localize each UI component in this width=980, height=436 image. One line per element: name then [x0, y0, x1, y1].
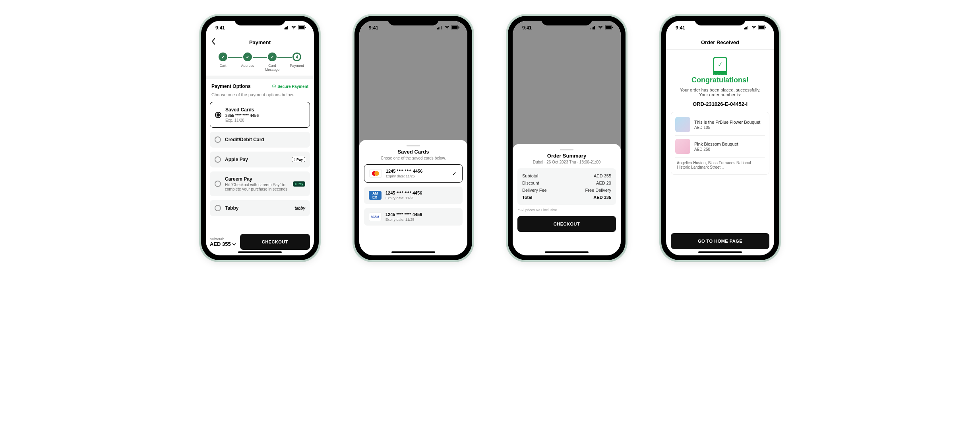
sheet-title: Saved Cards [364, 149, 463, 155]
order-summary-sheet: Order Summary Dubai · 26 Oct 2023 Thu · … [513, 144, 621, 255]
ordered-items-list: This is the PrBlue Flower Bouquet AED 10… [671, 112, 769, 175]
wifi-icon [444, 25, 450, 31]
signal-icon [284, 25, 289, 31]
summary-box: SubtotalAED 355 DiscountAED 20 Delivery … [517, 168, 616, 205]
chevron-down-icon [232, 241, 236, 247]
saved-card-visa[interactable]: VISA 1245 **** **** 4456 Expiry date: 11… [364, 208, 463, 226]
battery-icon [605, 25, 613, 31]
saved-card-mastercard[interactable]: 1245 **** **** 4456 Expiry date: 11/25 ✓ [364, 164, 463, 183]
svg-rect-3 [287, 26, 288, 29]
careem-pay-label: Careem Pay [225, 176, 289, 182]
step-address-icon: ✓ [243, 53, 252, 61]
svg-rect-28 [759, 26, 765, 29]
svg-rect-12 [452, 26, 458, 29]
option-careem-pay[interactable]: Careem Pay Hit "Checkout with careem Pay… [210, 171, 310, 196]
status-time: 9:41 [215, 25, 225, 31]
step-card-message-icon: ✓ [268, 53, 277, 61]
tabby-badge: tabby [294, 206, 305, 210]
subtotal-label: Subtotal: [210, 237, 236, 241]
page-title: Payment [249, 39, 271, 45]
product-name: This is the PrBlue Flower Bouquet [694, 120, 760, 125]
sheet-grabber[interactable] [560, 149, 573, 150]
subtotal-value: AED 355 [210, 241, 231, 247]
notch [388, 16, 439, 25]
wifi-icon [598, 25, 603, 31]
careem-pay-badge: c Pay [293, 181, 305, 187]
discount-value: AED 20 [596, 181, 611, 185]
svg-rect-7 [437, 28, 438, 29]
status-time: 9:41 [676, 25, 685, 31]
phone-payment-options: 9:41 Payment ✓Cart ✓Address [201, 16, 319, 260]
svg-rect-9 [440, 27, 440, 29]
subtotal-label: Subtotal [522, 173, 538, 178]
header-rule [666, 49, 774, 50]
tabby-label: Tabby [225, 205, 291, 211]
radio-credit-debit[interactable] [215, 136, 221, 143]
svg-rect-5 [299, 26, 304, 29]
checkout-button[interactable]: CHECKOUT [517, 216, 616, 232]
battery-icon [451, 25, 459, 31]
secure-payment-badge: Secure Payment [272, 84, 308, 89]
option-tabby[interactable]: Tabby tabby [210, 200, 310, 216]
home-indicator [391, 251, 435, 253]
svg-rect-18 [593, 27, 594, 29]
step-cart-icon: ✓ [219, 53, 227, 61]
option-credit-debit[interactable]: Credit/Debit Card [210, 132, 310, 148]
checkout-stepper: ✓Cart ✓Address ✓Card Message 4Payment [206, 49, 314, 76]
radio-careem-pay[interactable] [215, 181, 221, 187]
visa-icon: VISA [369, 212, 382, 221]
page-title: Order Received [701, 39, 739, 45]
product-name: Pink Blossom Bouquet [694, 142, 738, 146]
home-indicator [238, 251, 282, 253]
subtotal-expand[interactable]: AED 355 [210, 241, 236, 247]
go-home-button[interactable]: GO TO HOME PAGE [671, 233, 769, 249]
receipt-check-icon: ✓ [713, 57, 727, 73]
step-payment-icon: 4 [292, 53, 301, 61]
back-button[interactable] [211, 38, 215, 47]
discount-label: Discount [522, 181, 539, 185]
status-time: 9:41 [522, 25, 532, 31]
saved-cards-title: Saved Cards [225, 107, 305, 113]
wifi-icon [751, 25, 757, 31]
phone-order-received: 9:41 Order Received ✓ Congratulations! Y… [661, 16, 779, 260]
saved-card-expiry: Exp. 11/28 [225, 118, 305, 123]
svg-rect-16 [591, 28, 591, 29]
sheet-subtitle: Chose one of the saved cards below. [364, 156, 463, 160]
svg-rect-6 [305, 27, 306, 28]
signal-icon [437, 25, 443, 31]
mastercard-icon [369, 169, 382, 178]
card-mask: 1245 **** **** 4456 [385, 212, 422, 217]
radio-apple-pay[interactable] [215, 156, 221, 163]
order-placed-text: Your order has been placed, successfully… [666, 84, 774, 99]
vat-note: * All prices VAT inclusive. [518, 208, 615, 212]
subtotal-value: AED 355 [594, 173, 611, 178]
battery-icon [758, 25, 766, 31]
svg-rect-21 [606, 26, 611, 29]
svg-rect-22 [612, 27, 613, 28]
step-payment-label: Payment [290, 64, 304, 68]
svg-rect-0 [284, 28, 285, 29]
total-value: AED 335 [593, 195, 611, 200]
radio-tabby[interactable] [215, 205, 221, 211]
delivery-label: Delivery Fee [522, 188, 547, 193]
option-saved-cards[interactable]: Saved Cards 3855 **** **** 4456 Exp. 11/… [210, 102, 310, 128]
card-mask: 1245 **** **** 4456 [386, 169, 422, 173]
checkout-button[interactable]: CHECKOUT [240, 234, 310, 250]
product-thumb [675, 139, 690, 154]
svg-rect-1 [285, 27, 286, 29]
radio-saved-cards[interactable] [215, 112, 221, 118]
status-time: 9:41 [369, 25, 378, 31]
notch [541, 16, 592, 25]
notch [695, 16, 746, 25]
card-expiry: Expiry date: 11/25 [385, 218, 422, 222]
check-icon: ✓ [452, 171, 457, 177]
option-apple-pay[interactable]: Apple Pay  Pay [210, 152, 310, 167]
signal-icon [591, 25, 596, 31]
battery-icon [298, 25, 306, 31]
secure-payment-label: Secure Payment [277, 84, 308, 89]
order-number: ORD-231026-E-04452-I [666, 101, 774, 107]
svg-rect-2 [286, 27, 287, 29]
phone-order-summary-sheet: 9:41 Order Summary Dubai · 26 Oct 2023 T… [508, 16, 626, 260]
sheet-grabber[interactable] [407, 145, 420, 146]
saved-card-amex[interactable]: AMEX 1245 **** **** 4456 Expiry date: 11… [364, 187, 463, 204]
